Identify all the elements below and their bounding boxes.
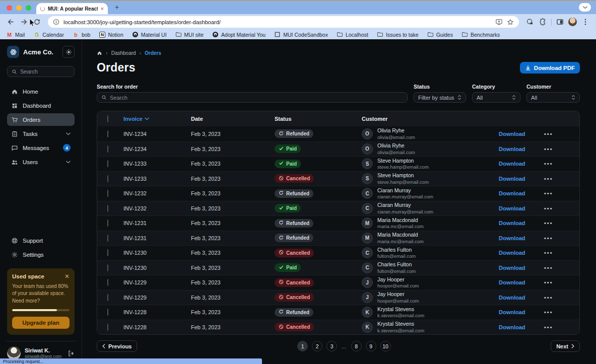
bookmark-item[interactable]: Material UI	[132, 31, 167, 38]
row-menu-icon[interactable]: •••	[544, 190, 553, 196]
page-button[interactable]: 2	[312, 341, 322, 351]
row-menu-icon[interactable]: •••	[544, 265, 553, 271]
previous-page-button[interactable]: Previous	[97, 340, 137, 352]
row-checkbox[interactable]	[107, 294, 108, 301]
row-menu-icon[interactable]: •••	[544, 131, 553, 137]
sidebar-item-home[interactable]: Home	[7, 85, 75, 98]
column-header-invoice[interactable]: Invoice	[123, 116, 191, 122]
download-link[interactable]: Download	[499, 161, 525, 167]
row-checkbox[interactable]	[107, 264, 108, 271]
bookmark-item[interactable]: M Mail	[6, 31, 25, 38]
bookmark-item[interactable]: Guides	[427, 31, 453, 38]
page-button[interactable]: 10	[380, 341, 391, 351]
split-view-icon[interactable]	[555, 17, 565, 27]
row-checkbox[interactable]	[107, 324, 108, 331]
row-checkbox[interactable]	[107, 249, 108, 256]
row-menu-icon[interactable]: •••	[544, 309, 553, 315]
url-bar[interactable]: localhost:3000/joy-ui/getting-started/te…	[48, 16, 519, 28]
row-checkbox[interactable]	[107, 130, 108, 137]
forward-button[interactable]	[19, 17, 29, 27]
sidebar-item-users[interactable]: Users	[7, 156, 75, 168]
download-link[interactable]: Download	[499, 220, 525, 226]
row-checkbox[interactable]	[107, 279, 108, 286]
row-menu-icon[interactable]: •••	[544, 176, 553, 182]
row-menu-icon[interactable]: •••	[544, 205, 553, 211]
install-icon[interactable]	[495, 18, 503, 26]
back-button[interactable]	[6, 17, 16, 27]
row-menu-icon[interactable]: •••	[544, 324, 553, 330]
page-button[interactable]: 3	[326, 341, 337, 351]
download-link[interactable]: Download	[499, 176, 525, 182]
download-link[interactable]: Download	[499, 279, 525, 285]
row-checkbox[interactable]	[107, 160, 108, 167]
row-menu-icon[interactable]: •••	[544, 220, 553, 226]
tab-search-button[interactable]	[579, 3, 591, 12]
password-extension-icon[interactable]	[525, 17, 535, 27]
tab-close-icon[interactable]: ×	[101, 6, 104, 12]
sidebar-item-settings[interactable]: Settings	[7, 249, 75, 261]
download-link[interactable]: Download	[499, 190, 525, 196]
select-all-checkbox[interactable]	[107, 115, 108, 122]
upgrade-plan-button[interactable]: Upgrade plan	[12, 317, 70, 329]
breadcrumb-dashboard[interactable]: Dashboard	[111, 50, 136, 56]
sidebar-item-support[interactable]: Support	[7, 235, 75, 247]
row-checkbox[interactable]	[107, 205, 108, 212]
window-controls[interactable]	[7, 5, 31, 11]
row-checkbox[interactable]	[107, 309, 108, 316]
sidebar-search[interactable]	[7, 66, 75, 77]
download-link[interactable]: Download	[499, 265, 525, 271]
download-link[interactable]: Download	[499, 309, 525, 315]
row-checkbox[interactable]	[107, 235, 108, 242]
download-link[interactable]: Download	[499, 146, 525, 152]
browser-menu-icon[interactable]	[580, 17, 590, 27]
page-button[interactable]: 9	[366, 341, 376, 351]
row-menu-icon[interactable]: •••	[544, 250, 553, 256]
reload-button[interactable]	[32, 17, 42, 27]
maximize-window-button[interactable]	[26, 5, 31, 11]
theme-toggle-button[interactable]	[62, 46, 75, 58]
row-checkbox[interactable]	[107, 220, 108, 227]
minimize-window-button[interactable]	[16, 5, 22, 11]
row-menu-icon[interactable]: •••	[544, 295, 553, 301]
extensions-icon[interactable]	[538, 17, 548, 27]
order-search[interactable]	[97, 92, 408, 103]
sidebar-item-messages[interactable]: Messages 4	[7, 141, 75, 154]
bookmark-item[interactable]: MUI site	[175, 31, 204, 38]
sidebar-item-orders[interactable]: Orders	[7, 113, 75, 126]
download-link[interactable]: Download	[499, 324, 525, 330]
page-button[interactable]: 8	[351, 341, 362, 351]
bookmark-item[interactable]: Benchmarks	[461, 31, 500, 38]
page-button[interactable]: 1	[297, 341, 308, 351]
site-info-icon[interactable]	[53, 19, 59, 25]
download-link[interactable]: Download	[499, 235, 525, 241]
sidebar-search-input[interactable]	[20, 68, 70, 75]
bookmark-item[interactable]: N Notion	[99, 31, 123, 38]
bookmark-item[interactable]: G Calendar	[33, 31, 64, 38]
download-link[interactable]: Download	[499, 295, 525, 301]
browser-tab[interactable]: MUI: A popular React UI fram ×	[36, 3, 108, 14]
bookmark-item[interactable]: MUI CodeSandbox	[274, 31, 328, 38]
close-icon[interactable]: ✕	[64, 273, 70, 279]
download-pdf-button[interactable]: Download PDF	[520, 62, 580, 74]
sidebar-item-tasks[interactable]: Tasks	[7, 127, 75, 140]
status-filter-select[interactable]: Filter by status	[414, 92, 466, 103]
logout-icon[interactable]	[68, 350, 75, 357]
row-menu-icon[interactable]: •••	[544, 146, 553, 152]
row-checkbox[interactable]	[107, 145, 108, 153]
row-checkbox[interactable]	[107, 175, 108, 182]
category-filter-select[interactable]: All	[472, 92, 520, 103]
bookmark-item[interactable]: Adopt Material You	[212, 31, 266, 38]
row-menu-icon[interactable]: •••	[544, 161, 553, 167]
new-tab-button[interactable]: +	[115, 3, 119, 11]
customer-filter-select[interactable]: All	[526, 92, 580, 103]
row-menu-icon[interactable]: •••	[544, 279, 553, 285]
order-search-input[interactable]	[110, 95, 403, 101]
next-page-button[interactable]: Next	[551, 340, 580, 352]
profile-avatar[interactable]	[568, 18, 577, 26]
row-checkbox[interactable]	[107, 190, 108, 197]
home-icon[interactable]	[97, 50, 102, 56]
download-link[interactable]: Download	[499, 131, 525, 137]
sidebar-item-dashboard[interactable]: Dashboard	[7, 99, 75, 112]
row-menu-icon[interactable]: •••	[544, 235, 553, 241]
bookmark-item[interactable]: Localhost	[337, 31, 368, 38]
